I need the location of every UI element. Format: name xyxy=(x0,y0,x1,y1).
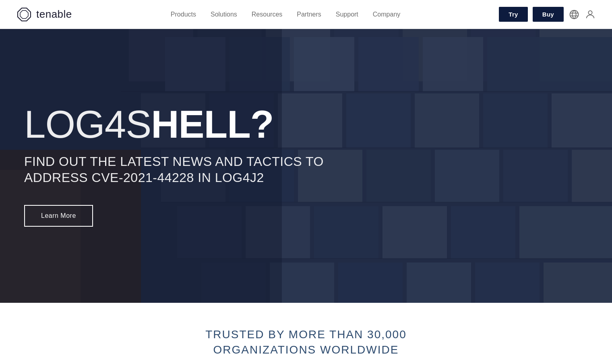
hero-content: LOG4SHELL? FIND OUT THE LATEST NEWS AND … xyxy=(0,105,362,227)
nav-item-products[interactable]: Products xyxy=(171,11,196,18)
trusted-section: TRUSTED BY MORE THAN 30,000 ORGANIZATION… xyxy=(0,303,612,364)
globe-icon[interactable] xyxy=(569,9,580,20)
main-nav: Products Solutions Resources Partners Su… xyxy=(171,11,400,18)
tenable-logo-icon xyxy=(16,6,32,23)
buy-button[interactable]: Buy xyxy=(533,7,564,22)
nav-item-solutions[interactable]: Solutions xyxy=(211,11,237,18)
hero-subtitle: FIND OUT THE LATEST NEWS AND TACTICS TO … xyxy=(24,153,338,186)
logo-link[interactable]: tenable xyxy=(16,6,72,23)
trusted-line1: TRUSTED BY MORE THAN 30,000 xyxy=(205,328,407,341)
logo-text: tenable xyxy=(36,8,72,21)
nav-item-partners[interactable]: Partners xyxy=(297,11,321,18)
svg-point-1 xyxy=(588,10,592,14)
hero-title-light: LOG4S xyxy=(24,103,151,146)
svg-point-0 xyxy=(570,10,579,19)
hero-title: LOG4SHELL? xyxy=(24,105,338,144)
header-actions: Try Buy xyxy=(499,7,596,22)
learn-more-button[interactable]: Learn More xyxy=(24,205,93,227)
try-button[interactable]: Try xyxy=(499,7,527,22)
header: tenable Products Solutions Resources Par… xyxy=(0,0,612,29)
user-icon[interactable] xyxy=(585,9,596,20)
hero-section: LOG4SHELL? FIND OUT THE LATEST NEWS AND … xyxy=(0,29,612,303)
nav-item-company[interactable]: Company xyxy=(373,11,400,18)
nav-item-support[interactable]: Support xyxy=(336,11,358,18)
header-left: tenable xyxy=(16,6,72,23)
hero-title-bold: HELL? xyxy=(151,103,273,146)
trusted-line2: ORGANIZATIONS WORLDWIDE xyxy=(213,343,399,356)
nav-item-resources[interactable]: Resources xyxy=(252,11,282,18)
trusted-title: TRUSTED BY MORE THAN 30,000 ORGANIZATION… xyxy=(16,327,596,358)
